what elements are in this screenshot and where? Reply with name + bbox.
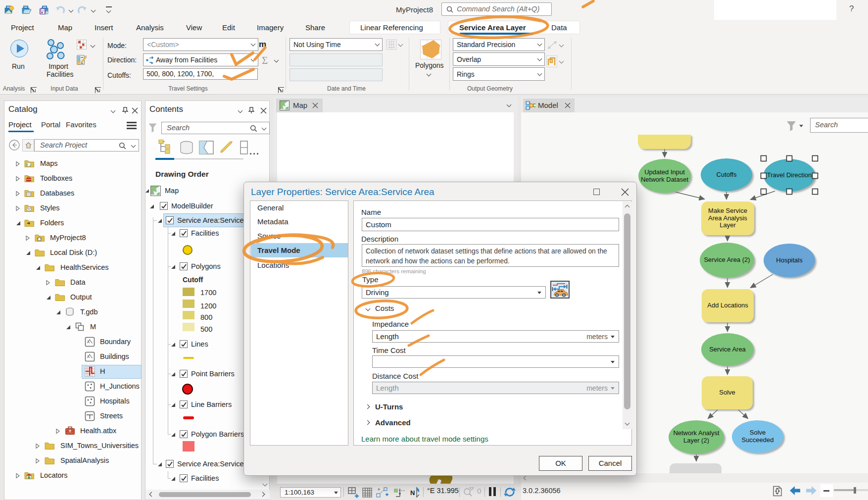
svg-text:N: N xyxy=(410,489,415,497)
